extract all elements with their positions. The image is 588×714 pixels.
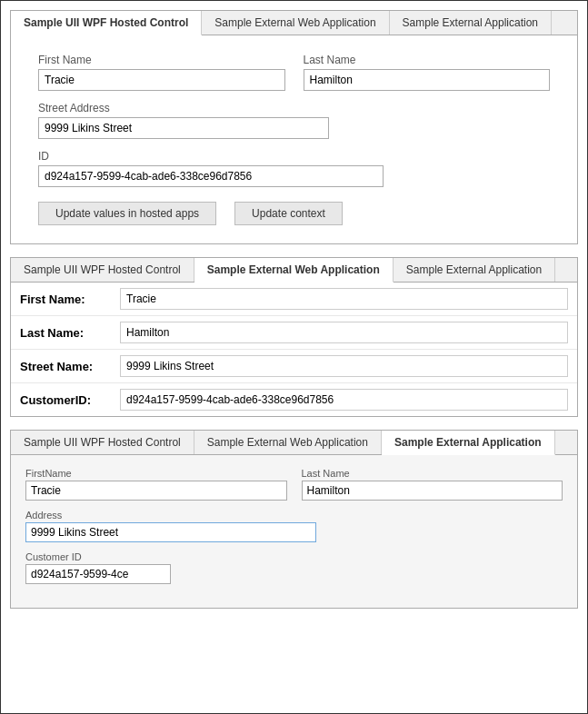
panel1-tab-wpf[interactable]: Sample UII WPF Hosted Control — [11, 11, 202, 35]
panel2-streetname-row: Street Name: — [11, 350, 577, 383]
panel3-tab-external[interactable]: Sample External Application — [382, 431, 555, 455]
panel1-first-name-input[interactable] — [38, 69, 285, 91]
panel3-lastname-input[interactable] — [302, 481, 563, 501]
panel2-customerid-row: CustomerID: — [11, 383, 577, 416]
panel1-id-row: ID — [38, 150, 550, 187]
panel1-name-row: First Name Last Name — [38, 54, 550, 91]
panel3-tab-wpf[interactable]: Sample UII WPF Hosted Control — [11, 431, 194, 454]
panel1-tab-bar: Sample UII WPF Hosted Control Sample Ext… — [11, 11, 577, 35]
panel1-street-row: Street Address — [38, 102, 550, 139]
panel2-lastname-label: Last Name: — [20, 326, 120, 340]
panel1-id-input[interactable] — [38, 165, 384, 187]
panel3-firstname-group: FirstName — [25, 468, 287, 501]
panel3-name-row: FirstName Last Name — [25, 468, 563, 501]
panel1-tab-external[interactable]: Sample External Application — [390, 11, 552, 35]
panel2-customerid-label: CustomerID: — [20, 393, 120, 407]
panel3-customerid-input[interactable] — [25, 564, 171, 584]
panel1-body: First Name Last Name Street Address ID U… — [11, 35, 577, 243]
panel3: Sample UII WPF Hosted Control Sample Ext… — [10, 430, 578, 609]
panel2-lastname-row: Last Name: — [11, 316, 577, 350]
panel3-lastname-label: Last Name — [302, 468, 563, 479]
panel3-firstname-input[interactable] — [25, 481, 287, 501]
panel3-address-row: Address — [25, 510, 563, 542]
panel3-firstname-label: FirstName — [25, 468, 287, 479]
panel1-button-row: Update values in hosted apps Update cont… — [38, 202, 550, 225]
panel1-last-name-input[interactable] — [304, 69, 551, 91]
panel2-body: First Name: Last Name: Street Name: Cust… — [11, 283, 577, 416]
panel3-customerid-label: Customer ID — [25, 551, 563, 562]
panel3-customerid-row: Customer ID — [25, 551, 563, 584]
panel3-customerid-group: Customer ID — [25, 551, 563, 584]
update-hosted-button[interactable]: Update values in hosted apps — [38, 202, 216, 225]
panel3-lastname-group: Last Name — [302, 468, 563, 501]
panel3-address-input[interactable] — [25, 522, 316, 542]
panel3-address-group: Address — [25, 510, 563, 542]
panel2-tab-web[interactable]: Sample External Web Application — [194, 258, 394, 283]
panel2-streetname-input[interactable] — [120, 355, 568, 377]
panel1-id-group: ID — [38, 150, 384, 187]
panel1-first-name-group: First Name — [38, 54, 285, 91]
panel2-customerid-input[interactable] — [120, 389, 568, 411]
panel1-id-label: ID — [38, 150, 384, 163]
panel2-tab-wpf[interactable]: Sample UII WPF Hosted Control — [11, 258, 194, 282]
panel3-tab-web[interactable]: Sample External Web Application — [194, 431, 382, 454]
panel1-last-name-group: Last Name — [304, 54, 551, 91]
panel3-address-label: Address — [25, 510, 563, 521]
panel2-firstname-input[interactable] — [120, 288, 568, 310]
panel3-tab-bar: Sample UII WPF Hosted Control Sample Ext… — [11, 431, 577, 455]
panel1-street-input[interactable] — [38, 117, 329, 139]
panel1-first-name-label: First Name — [38, 54, 285, 66]
panel1-street-group: Street Address — [38, 102, 329, 139]
panel2-tab-bar: Sample UII WPF Hosted Control Sample Ext… — [11, 258, 577, 283]
panel2: Sample UII WPF Hosted Control Sample Ext… — [10, 257, 578, 417]
panel3-body: FirstName Last Name Address Customer ID — [11, 455, 577, 608]
panel1-last-name-label: Last Name — [304, 54, 551, 66]
panel2-firstname-row: First Name: — [11, 283, 577, 316]
panel1-street-label: Street Address — [38, 102, 329, 114]
panel1: Sample UII WPF Hosted Control Sample Ext… — [10, 10, 578, 244]
panel2-firstname-label: First Name: — [20, 293, 120, 306]
update-context-button[interactable]: Update context — [234, 202, 343, 225]
panel2-streetname-label: Street Name: — [20, 360, 120, 373]
panel1-tab-web[interactable]: Sample External Web Application — [202, 11, 389, 35]
panel2-lastname-input[interactable] — [120, 322, 568, 343]
panel2-tab-external[interactable]: Sample External Application — [394, 258, 555, 282]
